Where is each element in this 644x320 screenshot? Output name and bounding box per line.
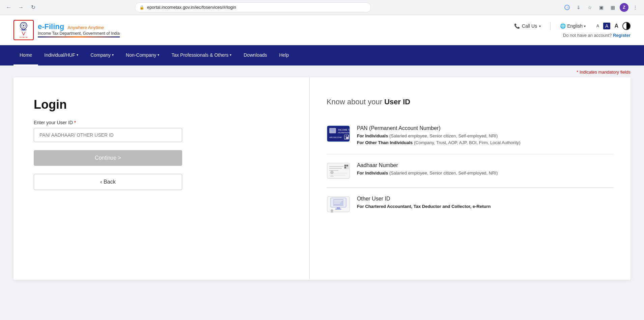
nav-home-label: Home bbox=[20, 52, 32, 58]
login-left-panel: Login Enter your User ID * Continue > ‹ … bbox=[13, 77, 310, 280]
call-us-label: Call Us bbox=[522, 23, 537, 29]
register-prompt-text: Do not have an account? bbox=[563, 33, 612, 38]
svg-rect-24 bbox=[344, 167, 346, 168]
svg-point-34 bbox=[331, 209, 333, 212]
bookmark-icon[interactable]: ☆ bbox=[585, 3, 595, 12]
forward-nav-button[interactable]: → bbox=[16, 3, 26, 12]
pan-for-individuals-label: For Individuals bbox=[357, 133, 388, 138]
browser-chrome: ← → ↻ 🔒 eportal.incometax.gov.in/iec/fos… bbox=[0, 0, 644, 15]
pan-item: INCOME TAX PERMANENT ACCOUNT ABCDE1234F … bbox=[327, 117, 614, 154]
nav-individual-huf[interactable]: Individual/HUF ▾ bbox=[38, 45, 84, 65]
svg-point-3 bbox=[23, 25, 24, 26]
login-container: Login Enter your User ID * Continue > ‹ … bbox=[13, 77, 631, 280]
nav-home[interactable]: Home bbox=[13, 45, 38, 65]
share-icon[interactable]: ⇓ bbox=[574, 3, 583, 12]
register-prompt: Do not have an account? Register bbox=[563, 33, 631, 38]
font-decrease-button[interactable]: A bbox=[595, 23, 600, 29]
continue-button[interactable]: Continue > bbox=[34, 150, 182, 166]
header-divider bbox=[550, 22, 551, 30]
other-id-for-label: For Chartered Accountant, Tax Deductor a… bbox=[357, 204, 491, 209]
pan-for-others-desc: (Company, Trust, AOP, AJP, BOI, Firm, Lo… bbox=[414, 140, 521, 145]
nav-company-label: Company bbox=[90, 52, 111, 58]
svg-rect-22 bbox=[344, 165, 346, 166]
nav-individual-label: Individual/HUF bbox=[44, 52, 75, 58]
phone-icon: 📞 bbox=[514, 23, 520, 29]
svg-rect-32 bbox=[337, 207, 340, 209]
main-nav: Home Individual/HUF ▾ Company ▾ Non-Comp… bbox=[0, 45, 644, 65]
pan-title: PAN (Permanent Account Number) bbox=[357, 125, 614, 131]
svg-text:PERMANENT ACCOUNT: PERMANENT ACCOUNT bbox=[338, 132, 350, 134]
browser-actions: ⇓ ☆ ▣ ▦ Z ⋮ bbox=[562, 3, 640, 12]
know-title: Know about your User ID bbox=[327, 98, 614, 106]
back-button[interactable]: ‹ Back bbox=[34, 174, 182, 190]
user-id-form-group: Enter your User ID * bbox=[34, 120, 289, 142]
svg-rect-33 bbox=[335, 209, 341, 210]
split-view-icon[interactable]: ▦ bbox=[608, 3, 618, 12]
back-label: ‹ Back bbox=[100, 179, 115, 185]
header-right: 📞 Call Us ▾ 🌐 English ▾ A A A Do not hav… bbox=[511, 22, 631, 38]
nav-downloads-label: Downloads bbox=[244, 52, 267, 58]
address-bar[interactable]: 🔒 eportal.incometax.gov.in/iec/foservice… bbox=[135, 2, 371, 12]
contrast-button[interactable] bbox=[622, 22, 631, 30]
logo-title: e-Filing Anywhere Anytime bbox=[38, 22, 120, 31]
menu-icon[interactable]: ⋮ bbox=[631, 3, 640, 12]
profile-avatar[interactable]: Z bbox=[620, 3, 628, 12]
pan-icon: INCOME TAX PERMANENT ACCOUNT ABCDE1234F bbox=[327, 125, 350, 142]
nav-non-company-label: Non-Company bbox=[126, 52, 156, 58]
mandatory-asterisk: * bbox=[577, 70, 578, 75]
user-id-label: Enter your User ID * bbox=[34, 120, 289, 125]
logo-underline bbox=[38, 36, 120, 37]
other-id-info: Other User ID For Chartered Accountant, … bbox=[357, 196, 614, 210]
refresh-button[interactable]: ↻ bbox=[28, 3, 38, 12]
call-us-button[interactable]: 📞 Call Us ▾ bbox=[511, 22, 543, 30]
header-top-actions: 📞 Call Us ▾ 🌐 English ▾ A A A bbox=[511, 22, 631, 30]
nav-tax-chevron: ▾ bbox=[230, 53, 231, 57]
user-id-label-text: Enter your User ID bbox=[34, 120, 73, 125]
nav-tax-professionals[interactable]: Tax Professionals & Others ▾ bbox=[165, 45, 237, 65]
register-link[interactable]: Register bbox=[613, 33, 631, 38]
mandatory-text: Indicates mandatory fields bbox=[580, 70, 631, 75]
user-id-input[interactable] bbox=[34, 128, 182, 142]
login-title: Login bbox=[34, 98, 289, 112]
aadhaar-title: Aadhaar Number bbox=[357, 162, 614, 168]
nav-company[interactable]: Company ▾ bbox=[84, 45, 120, 65]
font-increase-button[interactable]: A bbox=[613, 22, 620, 30]
other-user-id-item: Other User ID For Chartered Accountant, … bbox=[327, 188, 614, 221]
aadhaar-info: Aadhaar Number For Individuals (Salaried… bbox=[357, 162, 614, 177]
site-header: INCOME TAX e-Filing Anywhere Anytime Inc… bbox=[0, 15, 644, 45]
aadhaar-for-individuals-label: For Individuals bbox=[357, 170, 388, 176]
font-normal-button[interactable]: A bbox=[603, 23, 610, 29]
extensions-icon[interactable]: ▣ bbox=[597, 3, 606, 12]
continue-label: Continue > bbox=[95, 155, 121, 161]
call-us-chevron: ▾ bbox=[539, 24, 541, 28]
google-icon[interactable] bbox=[562, 3, 572, 12]
pan-for-others-label: For Other Than Individuals bbox=[357, 140, 413, 145]
nav-non-company-chevron: ▾ bbox=[158, 53, 159, 57]
logo-text: e-Filing Anywhere Anytime Income Tax Dep… bbox=[38, 22, 120, 37]
font-controls: A A A bbox=[595, 22, 631, 30]
back-nav-button[interactable]: ← bbox=[4, 3, 13, 12]
svg-text:ABCDE1234F: ABCDE1234F bbox=[329, 136, 342, 138]
logo-emblem: INCOME TAX bbox=[13, 20, 34, 40]
language-button[interactable]: 🌐 English ▾ bbox=[557, 22, 588, 30]
login-right-panel: Know about your User ID INCOME TAX PERMA… bbox=[310, 77, 631, 280]
know-heading-prefix: Know about your bbox=[327, 98, 382, 106]
nav-tax-professionals-label: Tax Professionals & Others bbox=[171, 52, 228, 58]
svg-rect-28 bbox=[333, 199, 343, 206]
other-id-title: Other User ID bbox=[357, 196, 614, 202]
aadhaar-for-individuals-desc: (Salaried employee, Senior citizen, Self… bbox=[389, 170, 498, 176]
other-id-icon bbox=[327, 196, 350, 213]
svg-rect-12 bbox=[344, 135, 346, 137]
nav-downloads[interactable]: Downloads bbox=[237, 45, 273, 65]
mandatory-note: * Indicates mandatory fields bbox=[0, 65, 644, 77]
pan-for-individuals-desc: (Salaried employee, Senior citizen, Self… bbox=[389, 133, 498, 138]
aadhaar-icon bbox=[327, 162, 350, 179]
logo-subtitle: Income Tax Department, Government of Ind… bbox=[38, 31, 120, 36]
know-heading-strong: User ID bbox=[384, 98, 410, 106]
nav-help[interactable]: Help bbox=[273, 45, 295, 65]
nav-non-company[interactable]: Non-Company ▾ bbox=[120, 45, 165, 65]
logo-tagline: Anywhere Anytime bbox=[67, 25, 104, 30]
svg-rect-14 bbox=[344, 137, 346, 139]
svg-rect-13 bbox=[346, 135, 348, 137]
language-label: English bbox=[567, 23, 583, 29]
